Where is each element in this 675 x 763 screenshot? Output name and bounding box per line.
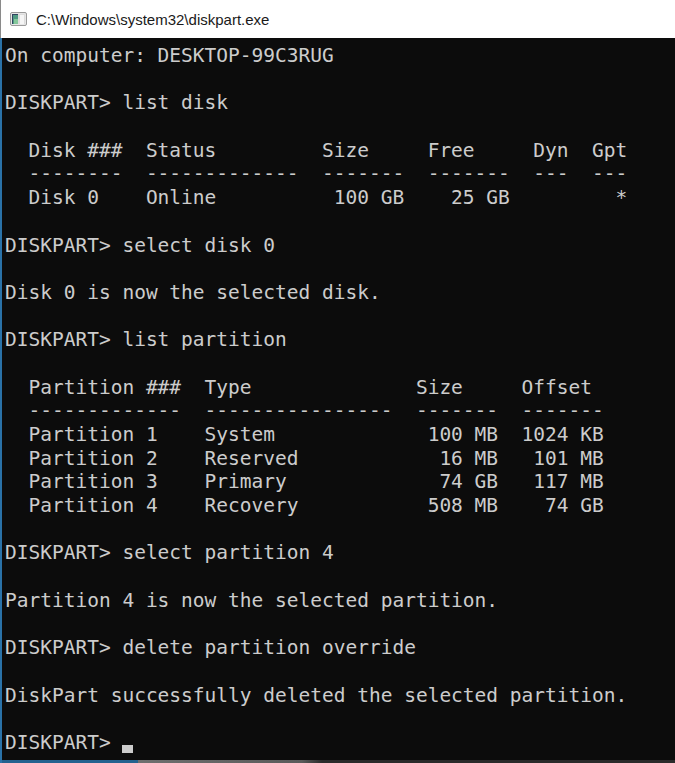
prompt-line: DISKPART>: [5, 731, 675, 755]
output-line: [5, 115, 675, 139]
output-line: Disk 0 is now the selected disk.: [5, 281, 675, 305]
output-line: Partition ### Type Size Offset: [5, 376, 675, 400]
output-line: [5, 660, 675, 684]
output-line: [5, 613, 675, 637]
output-line: [5, 68, 675, 92]
output-line: [5, 707, 675, 731]
output-line: [5, 518, 675, 542]
output-line: Disk ### Status Size Free Dyn Gpt: [5, 139, 675, 163]
output-line: [5, 565, 675, 589]
window-title: C:\Windows\system32\diskpart.exe: [36, 11, 269, 28]
output-line: ------------- ---------------- ------- -…: [5, 399, 675, 423]
console-icon[interactable]: [10, 11, 27, 27]
output-line: Disk 0 Online 100 GB 25 GB *: [5, 186, 675, 210]
terminal-output[interactable]: On computer: DESKTOP-99C3RUGDISKPART> li…: [0, 38, 675, 763]
output-line: -------- ------------- ------- ------- -…: [5, 162, 675, 186]
output-line: [5, 305, 675, 329]
output-line: DiskPart successfully deleted the select…: [5, 684, 675, 708]
output-line: [5, 210, 675, 234]
output-line: [5, 257, 675, 281]
output-line: On computer: DESKTOP-99C3RUG: [5, 44, 675, 68]
output-line: [5, 352, 675, 376]
title-bar[interactable]: C:\Windows\system32\diskpart.exe: [0, 0, 675, 38]
output-line: Partition 2 Reserved 16 MB 101 MB: [5, 447, 675, 471]
prompt-line: DISKPART> select partition 4: [5, 541, 675, 565]
prompt-line: DISKPART> list disk: [5, 91, 675, 115]
output-line: Partition 4 Recovery 508 MB 74 GB: [5, 494, 675, 518]
prompt-line: DISKPART> select disk 0: [5, 234, 675, 258]
output-line: Partition 1 System 100 MB 1024 KB: [5, 423, 675, 447]
diskpart-window: C:\Windows\system32\diskpart.exe On comp…: [0, 0, 675, 763]
prompt-line: DISKPART> delete partition override: [5, 636, 675, 660]
output-line: Partition 3 Primary 74 GB 117 MB: [5, 470, 675, 494]
prompt-line: DISKPART> list partition: [5, 328, 675, 352]
output-line: Partition 4 is now the selected partitio…: [5, 589, 675, 613]
terminal-cursor: [122, 745, 133, 753]
